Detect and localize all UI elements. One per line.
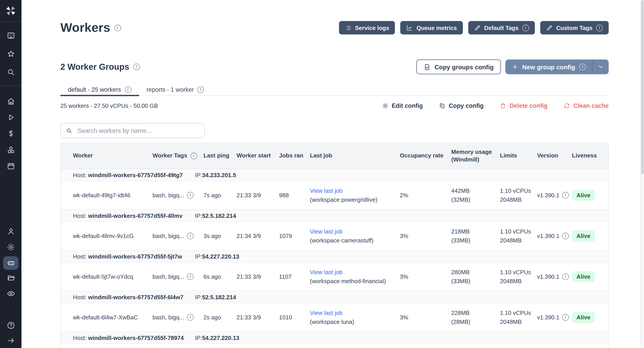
worker-row: wk-default-49tg7-idt46 bash, bigq... 7s … xyxy=(61,181,608,210)
sidebar-item-runs[interactable] xyxy=(0,113,22,122)
sidebar-item-audit-logs[interactable] xyxy=(0,290,22,298)
view-last-job-link[interactable]: View last job xyxy=(310,228,342,235)
host-ip: 52.5.182.214 xyxy=(202,294,236,300)
liveness-cell: Alive xyxy=(572,312,609,323)
info-icon[interactable] xyxy=(187,192,194,198)
memory-value: 442MB xyxy=(451,186,496,195)
sidebar-item-home[interactable] xyxy=(0,97,22,106)
last-job-cell: View last job (workspace method-financia… xyxy=(310,268,400,286)
worker-tags: bash, bigq... xyxy=(152,191,184,200)
info-icon[interactable] xyxy=(190,152,197,159)
file-code-icon xyxy=(423,63,430,70)
info-icon xyxy=(579,64,586,70)
limits-cell: 1.10 vCPUs 2048MB xyxy=(500,268,537,286)
sidebar-item-settings[interactable] xyxy=(0,243,22,252)
info-icon[interactable] xyxy=(114,24,121,31)
sidebar-item-variables[interactable] xyxy=(0,129,22,138)
default-tags-button[interactable]: Default Tags xyxy=(468,21,535,34)
new-group-config-button[interactable]: New group config xyxy=(505,60,609,74)
sidebar-item-folders[interactable] xyxy=(0,274,22,282)
sidebar-item-search[interactable] xyxy=(0,68,22,76)
workers-table: Worker Worker Tags Last ping Worker star… xyxy=(60,143,609,348)
sidebar-item-help[interactable] xyxy=(0,321,22,330)
memory-value: 218MB xyxy=(451,227,496,236)
last-job-cell: View last job (workspace luna) xyxy=(310,309,400,326)
version-cell: v1.390.1 xyxy=(537,232,572,240)
info-icon[interactable] xyxy=(124,86,131,93)
limits-memory: 2048MB xyxy=(500,317,533,326)
occupancy-rate: 3% xyxy=(400,272,451,281)
jobs-ran: 1079 xyxy=(279,232,310,240)
info-icon[interactable] xyxy=(198,86,204,93)
trash-icon xyxy=(500,102,506,109)
memory-value: 280MB xyxy=(451,268,496,277)
view-last-job-link[interactable]: View last job xyxy=(310,269,342,276)
col-memory-usage: Memory usage (Windmill) xyxy=(451,148,500,164)
version-value: v1.390.1 xyxy=(537,232,560,240)
scrollbar[interactable] xyxy=(640,0,644,348)
host-cell: Host: windmill-workers-67757d55f-6l4w7 xyxy=(73,294,195,300)
tab-reports[interactable]: reports - 1 worker xyxy=(139,84,212,95)
sidebar-item-schedules[interactable] xyxy=(0,162,22,170)
info-icon[interactable] xyxy=(562,314,569,321)
view-last-job-link[interactable]: View last job xyxy=(310,310,342,316)
clean-cache-button[interactable]: Clean cache xyxy=(564,102,609,109)
host-ip: 54.227.220.13 xyxy=(202,334,239,341)
ip-cell: IP:54.227.220.13 xyxy=(195,253,239,260)
page-title: Workers xyxy=(60,20,121,35)
info-icon xyxy=(596,24,603,31)
search-icon xyxy=(66,127,72,134)
last-job-cell: View last job (workspace camerastuff) xyxy=(310,227,400,245)
queue-metrics-button[interactable]: Queue metrics xyxy=(400,21,463,34)
worker-tags: bash, bigq... xyxy=(152,313,184,322)
worker-search[interactable] xyxy=(60,123,205,138)
view-last-job-link[interactable]: View last job xyxy=(310,188,342,194)
edit-config-button[interactable]: Edit config xyxy=(382,102,423,109)
last-ping: 3s ago xyxy=(204,232,236,240)
chart-icon xyxy=(406,24,413,31)
info-icon[interactable] xyxy=(133,64,140,70)
col-worker-tags: Worker Tags xyxy=(152,152,204,160)
sidebar-item-favorites[interactable] xyxy=(0,50,22,58)
delete-config-button[interactable]: Delete config xyxy=(500,102,548,109)
liveness-badge: Alive xyxy=(572,271,595,282)
ip-cell: IP:54.227.220.13 xyxy=(195,334,239,341)
sidebar-item-workers[interactable] xyxy=(0,258,22,267)
group-summary: 25 workers - 27.50 vCPUs - 50.00 GB xyxy=(60,102,158,109)
sidebar-item-resources[interactable] xyxy=(0,146,22,154)
copy-groups-config-button[interactable]: Copy groups config xyxy=(416,60,501,74)
search-input[interactable] xyxy=(76,126,200,135)
copy-config-button[interactable]: Copy config xyxy=(439,102,484,109)
scrollbar-thumb[interactable] xyxy=(641,0,644,174)
tab-default[interactable]: default - 25 workers xyxy=(60,84,139,95)
worker-start: 21:34 3/9 xyxy=(236,232,279,240)
sidebar-item-users[interactable] xyxy=(0,227,22,236)
liveness-cell: Alive xyxy=(572,271,609,282)
custom-tags-button[interactable]: Custom Tags xyxy=(540,21,609,34)
info-icon[interactable] xyxy=(187,273,194,280)
info-icon[interactable] xyxy=(562,192,569,198)
info-icon[interactable] xyxy=(187,314,194,321)
sidebar-divider xyxy=(0,86,22,86)
sidebar-item-apps[interactable] xyxy=(0,31,22,40)
new-group-config-dropdown[interactable] xyxy=(592,60,609,74)
limits-cpu: 1.10 vCPUs xyxy=(500,268,533,277)
windmill-logo[interactable] xyxy=(0,0,22,22)
info-icon[interactable] xyxy=(562,232,569,239)
host-row: Host: windmill-workers-67757d55f-5jt7w I… xyxy=(61,250,608,262)
occupancy-rate: 2% xyxy=(400,191,451,200)
last-ping: 7s ago xyxy=(204,191,236,200)
sidebar-expand-button[interactable] xyxy=(0,336,22,345)
service-logs-button[interactable]: Service logs xyxy=(339,21,395,34)
version-value: v1.390.1 xyxy=(537,272,560,281)
worker-start: 21:33 3/9 xyxy=(236,272,279,281)
memory-cell: 442MB (32MB) xyxy=(451,186,500,204)
last-job-workspace: (workspace method-financial) xyxy=(310,277,395,286)
worker-name: wk-default-5jt7w-oYdcq xyxy=(73,272,152,281)
version-cell: v1.390.1 xyxy=(537,313,572,322)
info-icon[interactable] xyxy=(187,232,194,239)
info-icon[interactable] xyxy=(562,273,569,280)
last-job-workspace: (workspace camerastuff) xyxy=(310,236,395,245)
worker-tags: bash, bigq... xyxy=(152,272,184,281)
host-cell: Host: windmill-workers-67757d55f-78974 xyxy=(73,334,195,341)
